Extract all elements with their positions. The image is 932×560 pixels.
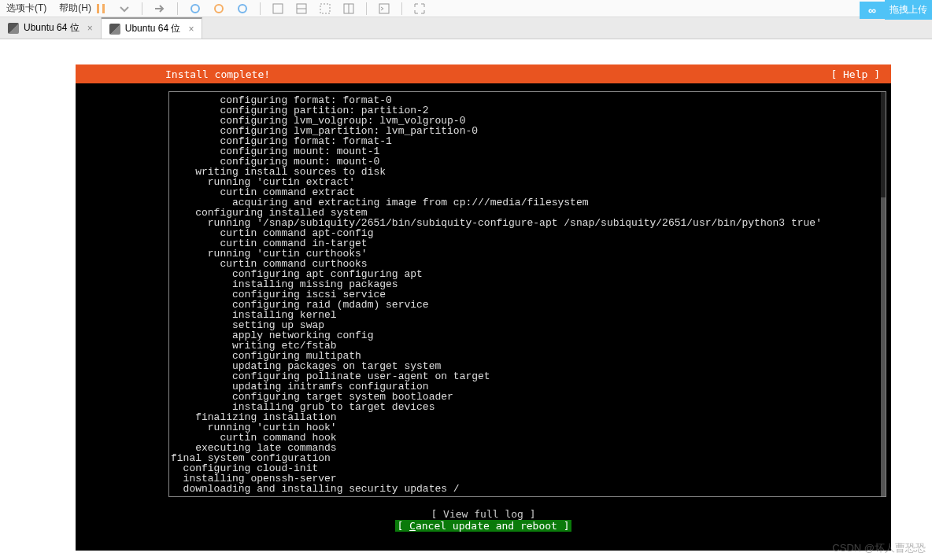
svg-rect-1	[102, 4, 105, 13]
tab-bar: Ubuntu 64 位 × Ubuntu 64 位 ×	[0, 17, 932, 39]
cancel-reboot-button[interactable]: [ Cancel update and reboot ]	[395, 520, 571, 532]
vm-display: Install complete! [ Help ] configuring f…	[0, 44, 932, 560]
terminal-actions: [ View full log ] [ Cancel update and re…	[76, 508, 891, 532]
tab-ubuntu-2[interactable]: Ubuntu 64 位 ×	[102, 17, 203, 39]
scrollbar-thumb[interactable]	[881, 197, 886, 496]
separator	[142, 2, 142, 15]
svg-point-3	[215, 5, 223, 13]
separator	[260, 2, 261, 15]
vm-icon	[109, 24, 120, 35]
infinity-icon: ∞	[860, 2, 885, 19]
pause-icon[interactable]	[94, 2, 107, 15]
vm-icon	[8, 23, 19, 34]
view-log-button[interactable]: [ View full log ]	[431, 508, 535, 520]
menu-tabs[interactable]: 选项卡(T)	[0, 0, 53, 17]
terminal-body: configuring format: format-0 configuring…	[168, 91, 886, 497]
upload-label: 拖拽上传	[885, 0, 932, 20]
install-log: configuring format: format-0 configuring…	[171, 95, 884, 494]
close-icon[interactable]: ×	[188, 24, 194, 35]
separator	[401, 2, 402, 15]
svg-point-2	[191, 5, 199, 13]
close-icon[interactable]: ×	[87, 23, 93, 34]
toolbar	[94, 0, 426, 17]
svg-rect-5	[273, 4, 283, 13]
scrollbar[interactable]	[881, 92, 886, 496]
chevron-down-icon[interactable]	[118, 2, 131, 15]
console-icon[interactable]	[378, 2, 390, 15]
snapshot-icon[interactable]	[189, 2, 202, 15]
installer-terminal: Install complete! [ Help ] configuring f…	[76, 64, 891, 551]
fullscreen-icon[interactable]	[413, 2, 426, 15]
layout4-icon[interactable]	[342, 2, 355, 15]
layout2-icon[interactable]	[295, 2, 308, 15]
svg-point-4	[239, 5, 246, 13]
help-button[interactable]: [ Help ]	[830, 68, 880, 80]
tab-ubuntu-1[interactable]: Ubuntu 64 位 ×	[0, 17, 102, 39]
tab-label: Ubuntu 64 位	[125, 22, 181, 35]
send-icon[interactable]	[153, 2, 166, 15]
svg-rect-0	[97, 4, 99, 13]
layout1-icon[interactable]	[272, 2, 284, 15]
svg-rect-11	[379, 4, 389, 13]
upload-badge[interactable]: ∞ 拖拽上传	[860, 0, 932, 20]
layout3-icon[interactable]	[319, 2, 331, 15]
menu-help[interactable]: 帮助(H)	[53, 0, 98, 17]
snapshot-revert-icon[interactable]	[213, 2, 225, 15]
separator	[177, 2, 178, 15]
install-title: Install complete!	[87, 68, 270, 80]
watermark: CSDN @坏人曹恐恐	[832, 541, 926, 555]
tab-label: Ubuntu 64 位	[24, 21, 80, 35]
terminal-header: Install complete! [ Help ]	[76, 64, 891, 83]
separator	[366, 2, 367, 15]
svg-rect-8	[320, 4, 330, 13]
snapshot-manage-icon[interactable]	[236, 2, 249, 15]
